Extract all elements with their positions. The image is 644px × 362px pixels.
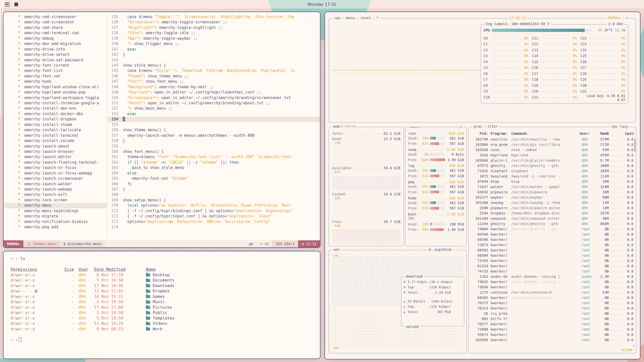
omarchy-menu-keybindings[interactable]: *omarchy-menu-keybindings	[4, 208, 107, 214]
omarchy-hook[interactable]: *omarchy-hook	[4, 79, 107, 84]
menu-button[interactable]: menu	[345, 16, 356, 20]
omarchy-install-terminal[interactable]: *omarchy-install-terminal	[4, 133, 107, 138]
process-row[interactable]: 73656 kworker/ root 0B 0.0	[469, 285, 636, 290]
code-line[interactable]: 156show_theme_menu() {	[107, 127, 320, 133]
process-row[interactable]: 1916 Hyprland Hyprland dhh 455M 0.2	[469, 153, 636, 158]
process-row[interactable]: 71837 walker /usr/bin/walker --gappl dhh…	[469, 184, 636, 190]
code-line[interactable]: 148 *Background*) omarchy-theme-bg-next …	[107, 84, 320, 90]
process-row[interactable]: 74869 kworker/ /usr/bin/ghostty --gtk- r…	[469, 227, 636, 232]
code-line[interactable]: 163 back_to show_style_menu	[107, 165, 320, 170]
code-line[interactable]: 142}	[107, 52, 320, 57]
omarchy-cmd-terminal-cwd[interactable]: *omarchy-cmd-terminal-cwd	[4, 30, 107, 36]
code-line[interactable]: 144show_style_menu() {	[107, 63, 320, 68]
process-row[interactable]: 74733 kworker/ root 0B 0.0	[469, 269, 636, 274]
code-line[interactable]: 159	[107, 144, 320, 149]
code-line[interactable]: 172 [ -f ~/.config/hypr/input.conf ] && …	[107, 214, 320, 219]
omarchy-install-tailscale[interactable]: *omarchy-install-tailscale	[4, 127, 107, 133]
code-line[interactable]: 162 if [[ "$theme" == "CNCLD" || -z "$th…	[107, 160, 320, 165]
process-row[interactable]: 72088 kworker/ root 0B 0.0	[469, 327, 636, 332]
process-row[interactable]: 81310 kworker/ root 0B 0.0	[469, 263, 636, 269]
omarchy-launch-webapp[interactable]: *omarchy-launch-webapp	[4, 187, 107, 192]
omarchy-pkg-add[interactable]: *omarchy-pkg-add	[4, 224, 107, 230]
omarchy-launch-floating-terminal-[interactable]: *omarchy-launch-floating-terminal-	[4, 160, 107, 165]
omarchy-install-steam[interactable]: *omarchy-install-steam	[4, 122, 107, 127]
process-row[interactable]: 103684 glycin-i /usr/lib/glycin-loaders …	[469, 158, 636, 163]
interval-plus-button[interactable]: +	[625, 16, 629, 20]
process-table-header[interactable]: Pid: Program: Command: User: MemB Cpu%	[469, 131, 636, 137]
code-line[interactable]: 174	[107, 224, 320, 230]
code-line[interactable]: 155	[107, 122, 320, 127]
code-line[interactable]: 170 local options="◀) Audio\n⌔ Wifi\nᛒ B…	[107, 203, 320, 208]
process-row[interactable]: 101377 waybar /usr/bin/waybar dhh 68M 0.…	[469, 195, 636, 200]
code-line[interactable]: 168	[107, 192, 320, 197]
scrollbar-thumb[interactable]	[634, 139, 635, 152]
omarchy-launch-about[interactable]: *omarchy-launch-about	[4, 144, 107, 149]
omarchy-font-current[interactable]: *omarchy-font-current	[4, 63, 107, 68]
omarchy-launch-editor[interactable]: *omarchy-launch-editor	[4, 154, 107, 160]
workspace-active-icon[interactable]	[14, 3, 18, 6]
omarchy-migrate[interactable]: *omarchy-migrate	[4, 214, 107, 219]
omarchy-hyprland-window-pop[interactable]: *omarchy-hyprland-window-pop	[4, 90, 107, 95]
code-line[interactable]: 135 case $(menu "Toggle" "⛶ Screensaver\…	[107, 14, 320, 20]
scroll-up-arrow[interactable]: ↑	[633, 131, 635, 135]
process-row[interactable]: 71835 elephant elephant dhh 385M 0.0	[469, 168, 636, 174]
update-interval[interactable]: 2000ms	[607, 16, 622, 20]
terminal-window[interactable]: ~ › ls Permissions Size User Date Modifi…	[3, 251, 320, 359]
code-line[interactable]: 139 *Bar*) omarchy-toggle-waybar ;;	[107, 36, 320, 41]
code-line[interactable]: 169show_setup_menu() {	[107, 198, 320, 203]
code-line[interactable]: 167}	[107, 187, 320, 192]
active-prompt[interactable]: ~ ›	[11, 337, 313, 343]
file-tree-pane[interactable]: *omarchy-cmd-screensaver *omarchy-cmd-sc…	[4, 12, 107, 240]
code-line[interactable]: 150 *Screensaver*) open_in_editor ~/.con…	[107, 95, 320, 101]
omarchy-font-set[interactable]: *omarchy-font-set	[4, 74, 107, 79]
process-row[interactable]: 76575 kworker/ root 0B 0.0	[469, 300, 636, 306]
process-row[interactable]: 101368 swaybg /usr/bin/swaybg -i /hom dh…	[469, 200, 636, 205]
scroll-down-arrow[interactable]: ↓	[633, 344, 635, 347]
process-row[interactable]: 1162 avahi-da avahi-daemon: running [ av…	[469, 274, 636, 279]
process-row[interactable]: 63816 pipewire /usr/bin/pipewire dhh 16M…	[469, 190, 636, 195]
process-row[interactable]: 95673 kworker/ root 0B 0.0	[469, 332, 636, 337]
omarchy-install-dev-env[interactable]: *omarchy-install-dev-env	[4, 106, 107, 111]
process-row[interactable]: 102796 nautilus /usr/bin/nautilus --new …	[469, 137, 636, 142]
code-line[interactable]: 149 *Hyprland*) open_in_editor ~/.config…	[107, 90, 320, 95]
omarchy-drive-info[interactable]: *omarchy-drive-info	[4, 47, 107, 52]
code-line[interactable]: 160show_font_menu() {	[107, 149, 320, 154]
process-row[interactable]: 72073 kworker/ root 0B 0.0	[469, 242, 636, 248]
omarchy-font-list[interactable]: *omarchy-font-list	[4, 68, 107, 73]
omarchy-launch-screensaver[interactable]: *omarchy-launch-screensaver	[4, 176, 107, 181]
code-line[interactable]: 166 fi	[107, 182, 320, 187]
process-row[interactable]: 73703 kworker/ root 0B 0.0	[469, 258, 636, 263]
code-line[interactable]: 136 *Screensaver*) omarchy-toggle-screen…	[107, 20, 320, 25]
process-row[interactable]: 68586 kworker/ root 0B 0.0	[469, 237, 636, 242]
omarchy-hyprland-window-close-all[interactable]: *omarchy-hyprland-window-close-all	[4, 84, 107, 90]
omarchy-cmd-screensaver[interactable]: *omarchy-cmd-screensaver	[4, 14, 107, 20]
code-line[interactable]: 146 *Theme*) show_theme_menu ;;	[107, 74, 320, 79]
process-row[interactable]: 102638 nvim nvim --embed dhh 55M 0.0	[469, 147, 636, 153]
proc-sort-selector[interactable]: cpu lazy	[610, 124, 629, 128]
process-row[interactable]: 102866 org.gnom /usr/bin/gjs /usr/lib/o …	[469, 142, 636, 147]
process-row[interactable]: 87649 btop btop dhh 26M 0.0	[469, 179, 636, 184]
omarchy-launch-browser[interactable]: *omarchy-launch-browser	[4, 149, 107, 154]
omarchy-cmd-screenshot[interactable]: *omarchy-cmd-screenshot	[4, 20, 107, 25]
process-row[interactable]: 16 rcu_pree root 0B 0.0	[469, 311, 636, 316]
process-row[interactable]: 1275 containe /usr/bin/containerd root 5…	[469, 290, 636, 295]
code-line[interactable]: 164 else	[107, 171, 320, 176]
omarchy-debug[interactable]: *omarchy-debug	[4, 36, 107, 41]
process-row[interactable]: 12244 ghostty /usr/bin/ghostty --gtk- dh…	[469, 221, 636, 227]
omarchy-launch-or-focus[interactable]: *omarchy-launch-or-focus	[4, 165, 107, 170]
code-line[interactable]: 145 case $(menu "Style" "✎ Theme\n🗚 Font…	[107, 68, 320, 73]
clock[interactable]: Monday 17:31	[308, 2, 336, 7]
omarchy-launch-or-focus-webapp[interactable]: *omarchy-launch-or-focus-webapp	[4, 171, 107, 176]
omarchy-launch-wifi[interactable]: *omarchy-launch-wifi	[4, 192, 107, 197]
reset-button[interactable]: reset	[359, 16, 372, 20]
code-line[interactable]: 154}	[107, 117, 320, 122]
process-row[interactable]: 76313 kworker/ root 0B 0.0	[469, 306, 636, 311]
omarchy-install-vscode[interactable]: *omarchy-install-vscode	[4, 138, 107, 144]
omarchy-dev-add-migration[interactable]: *omarchy-dev-add-migration	[4, 41, 107, 47]
code-line[interactable]: 165 omarchy-font-set "$theme"	[107, 176, 320, 181]
process-row[interactable]: 68584 kworker/ root 0B 0.0	[469, 253, 636, 258]
omarchy-notification-dismiss[interactable]: *omarchy-notification-dismiss	[4, 219, 107, 224]
process-row[interactable]: 2506 pipewire /usr/bin/pipewire-pulse dh…	[469, 205, 636, 211]
code-line[interactable]: 161 theme=$(menu "Font" "$(omarchy-font-…	[107, 154, 320, 160]
omarchy-launch-walker[interactable]: *omarchy-launch-walker	[4, 182, 107, 187]
